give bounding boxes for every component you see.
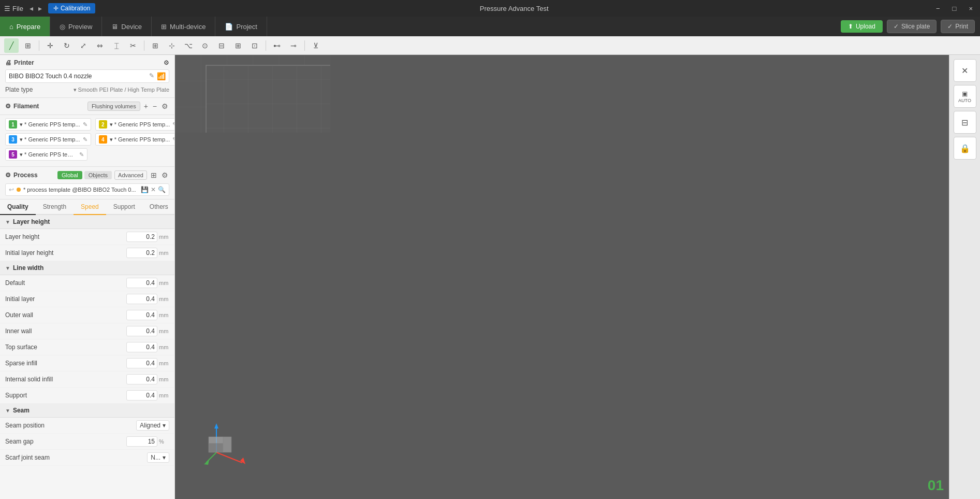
filament-name-4: ▾ * Generic PPS temp... <box>110 136 170 143</box>
seam-gap-input[interactable] <box>126 436 157 447</box>
layer-height-value-row: mm <box>126 232 169 242</box>
minimize-btn[interactable]: − <box>933 4 943 13</box>
line-width-group-header[interactable]: ▼ Line width <box>0 261 174 275</box>
toolbar-arrange[interactable]: ⊞ <box>148 38 163 53</box>
tab-strength[interactable]: Strength <box>36 199 74 215</box>
filament-add-btn[interactable]: + <box>143 101 149 111</box>
filament-remove-btn[interactable]: − <box>152 101 158 111</box>
tab-multi-device[interactable]: ⊞ Multi-device <box>152 17 215 36</box>
process-icon: ⚙ <box>5 172 11 179</box>
preview-icon: ◎ <box>60 23 65 31</box>
lw-initial-input[interactable] <box>126 294 157 304</box>
edit-icon[interactable]: ✎ <box>149 72 154 80</box>
toolbar-more1[interactable]: ⊟ <box>214 38 229 53</box>
forward-btn[interactable]: ▸ <box>36 3 44 13</box>
seam-gap-label: Seam gap <box>5 438 126 445</box>
lock-view-btn[interactable]: 🔒 <box>954 137 976 160</box>
scarf-seam-dropdown[interactable]: N... ▾ <box>147 452 169 463</box>
filament-item-3[interactable]: 3 ▾ * Generic PPS temp... ✎ <box>5 133 91 146</box>
tab-quality[interactable]: Quality <box>0 199 36 215</box>
tab-others[interactable]: Others <box>142 199 175 215</box>
close-view-btn[interactable]: ✕ <box>954 59 976 82</box>
template-row[interactable]: ↩ * process template @BIBO BIBO2 Touch 0… <box>5 183 169 196</box>
plate-type-value[interactable]: ▾ Smooth PEI Plate / High Temp Plate <box>74 87 170 93</box>
filament-edit-5[interactable]: ✎ <box>79 151 84 158</box>
lw-default-input[interactable] <box>126 278 157 288</box>
seam-group-header[interactable]: ▼ Seam <box>0 404 174 418</box>
lw-top-input[interactable] <box>126 342 157 352</box>
printer-selector[interactable]: BIBO BIBO2 Touch 0.4 nozzle ✎ 📶 <box>5 69 169 83</box>
auto-layout-btn[interactable]: ▣AUTO <box>954 85 976 108</box>
global-tab[interactable]: Global <box>57 171 82 179</box>
filament-settings-icon[interactable]: ⚙ <box>160 101 169 111</box>
objects-tab[interactable]: Objects <box>84 171 112 179</box>
lw-support-input[interactable] <box>126 390 157 401</box>
toolbar-split[interactable]: ⌶ <box>109 38 124 53</box>
filament-item-4[interactable]: 4 ▾ * Generic PPS temp... ✎ <box>95 133 175 146</box>
layer-height-input[interactable] <box>126 232 157 242</box>
axes-svg <box>201 416 253 468</box>
tab-prepare[interactable]: ⌂ Prepare <box>0 17 50 36</box>
tab-support[interactable]: Support <box>106 199 142 215</box>
toolbar-orient[interactable]: ⊹ <box>165 38 179 53</box>
slice-plate-button[interactable]: ✓ Slice plate <box>887 20 937 33</box>
print-button[interactable]: ✓ Print <box>941 20 975 33</box>
viewport[interactable]: 01 <box>175 55 949 499</box>
table-view-btn[interactable]: ⊟ <box>954 111 976 134</box>
process-extra-icon[interactable]: ⚙ <box>160 170 169 180</box>
toolbar-more2[interactable]: ⊞ <box>231 38 245 53</box>
filament-controls: Flushing volumes + − ⚙ <box>87 101 169 111</box>
advanced-btn[interactable]: Advanced <box>114 170 147 180</box>
template-save-icon[interactable]: 💾 <box>141 186 149 193</box>
printer-settings-icon[interactable]: ⚙ <box>164 59 169 66</box>
template-search-icon[interactable]: 🔍 <box>158 186 166 193</box>
toolbar-mirror[interactable]: ⇔ <box>93 38 107 53</box>
filament-edit-1[interactable]: ✎ <box>83 121 87 128</box>
flushing-volumes-btn[interactable]: Flushing volumes <box>87 102 140 111</box>
seam-gap-row: Seam gap % <box>0 434 174 450</box>
toolbar-measure[interactable]: ⊷ <box>270 38 284 53</box>
toolbar-move[interactable]: ✛ <box>43 38 57 53</box>
lw-outer-input[interactable] <box>126 310 157 320</box>
file-label[interactable]: File <box>12 5 23 12</box>
layer-height-group-header[interactable]: ▼ Layer height <box>0 215 174 229</box>
toolbar-scale[interactable]: ⤢ <box>76 38 91 53</box>
calibration-button[interactable]: ✛ Calibration <box>48 3 95 13</box>
toolbar-grid[interactable]: ⊞ <box>21 38 35 53</box>
maximize-btn[interactable]: □ <box>949 4 960 13</box>
undo-icon[interactable]: ↩ <box>9 186 14 193</box>
check-icon: ✓ <box>894 23 899 30</box>
toolbar-seam[interactable]: ⊙ <box>198 38 212 53</box>
file-menu[interactable]: ☰ File <box>4 5 23 12</box>
filament-item-2[interactable]: 2 ▾ * Generic PPS temp... ✎ <box>95 118 175 131</box>
back-btn[interactable]: ◂ <box>27 3 35 13</box>
close-btn[interactable]: × <box>966 4 976 13</box>
seam-position-dropdown[interactable]: Aligned ▾ <box>136 420 169 431</box>
toolbar-more3[interactable]: ⊡ <box>247 38 262 53</box>
toolbar-rotate[interactable]: ↻ <box>60 38 74 53</box>
lw-internal-input[interactable] <box>126 374 157 384</box>
wifi-icon: 📶 <box>157 72 166 80</box>
template-close-icon[interactable]: ✕ <box>151 186 156 193</box>
tab-device[interactable]: 🖥 Device <box>102 17 152 36</box>
lw-sparse-input[interactable] <box>126 358 157 368</box>
toolbar-cut[interactable]: ✂ <box>126 38 140 53</box>
toolbar-support[interactable]: ⌥ <box>181 38 196 53</box>
toolbar-select[interactable]: ╱ <box>4 38 19 53</box>
lw-support-unit: mm <box>159 392 169 398</box>
nav-tabs: ⌂ Prepare ◎ Preview 🖥 Device ⊞ Multi-dev… <box>0 17 267 36</box>
toolbar-view1[interactable]: ⊸ <box>286 38 301 53</box>
page-number: 01 <box>928 477 944 494</box>
tab-speed[interactable]: Speed <box>74 199 106 215</box>
initial-layer-height-input[interactable] <box>126 248 157 258</box>
lw-inner-input[interactable] <box>126 326 157 336</box>
tab-preview[interactable]: ◎ Preview <box>50 17 102 36</box>
layer-height-row: Layer height mm <box>0 229 174 245</box>
process-settings-icon[interactable]: ⊞ <box>150 170 158 180</box>
filament-edit-3[interactable]: ✎ <box>83 136 87 143</box>
tab-project[interactable]: 📄 Project <box>215 17 267 36</box>
upload-button[interactable]: ⬆ Upload <box>841 20 883 33</box>
filament-item-5[interactable]: 5 ▾ * Generic PPS temp... ✎ <box>5 148 87 161</box>
filament-item-1[interactable]: 1 ▾ * Generic PPS temp... ✎ <box>5 118 91 131</box>
toolbar-unfold[interactable]: ⊻ <box>309 38 323 53</box>
